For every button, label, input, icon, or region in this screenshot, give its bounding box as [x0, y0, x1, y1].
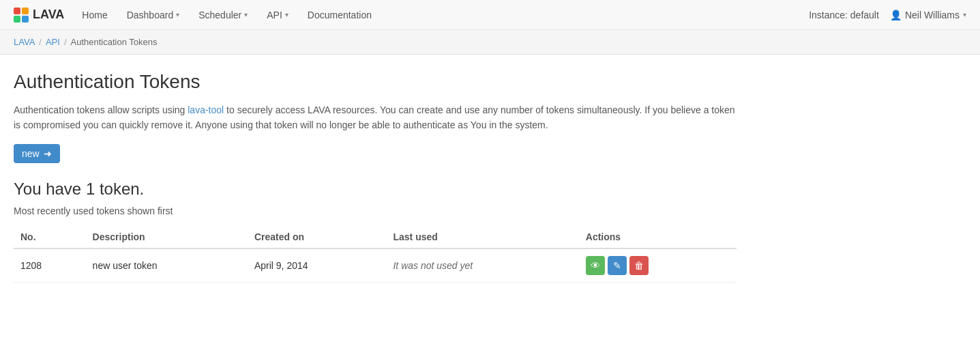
brand-name: LAVA	[33, 8, 64, 22]
new-button-label: new	[22, 148, 40, 159]
desc-part1: Authentication tokens allow scripts usin…	[14, 104, 188, 115]
table-body: 1208 new user token April 9, 2014 It was…	[14, 248, 737, 283]
delete-icon: 🗑	[634, 260, 644, 271]
scheduler-dropdown-icon: ▾	[244, 11, 248, 18]
breadcrumb-sep-2: /	[64, 37, 67, 47]
nav-scheduler-label: Scheduler	[198, 10, 241, 20]
page-description: Authentication tokens allow scripts usin…	[14, 102, 737, 133]
user-dropdown-icon: ▾	[963, 11, 966, 18]
nav-dashboard-label: Dashboard	[127, 10, 174, 20]
main-content: Authentication Tokens Authentication tok…	[0, 55, 750, 299]
brand-logo[interactable]: LAVA	[14, 8, 64, 23]
col-created-on: Created on	[248, 226, 387, 248]
col-last-used: Last used	[386, 226, 578, 248]
token-subtitle: Most recently used tokens shown first	[14, 205, 737, 216]
cell-no: 1208	[14, 248, 86, 283]
dashboard-dropdown-icon: ▾	[176, 11, 179, 18]
breadcrumb-current: Authentication Tokens	[71, 37, 158, 47]
cell-created-on: April 9, 2014	[248, 248, 387, 283]
nav-documentation[interactable]: Documentation	[299, 0, 380, 30]
user-name: Neil Williams	[905, 10, 960, 20]
nav-dashboard[interactable]: Dashboard ▾	[119, 0, 188, 30]
table-header-row: No. Description Created on Last used Act…	[14, 226, 737, 248]
arrow-right-icon: ➜	[44, 148, 52, 159]
navbar-left: LAVA Home Dashboard ▾ Scheduler ▾ API ▾ …	[14, 0, 380, 30]
last-used-value: It was not used yet	[393, 260, 473, 271]
nav-home-label: Home	[82, 10, 107, 20]
lava-tool-link[interactable]: lava-tool	[188, 104, 224, 115]
view-token-button[interactable]: 👁	[586, 256, 605, 275]
col-actions: Actions	[579, 226, 737, 248]
edit-icon: ✎	[613, 260, 621, 271]
breadcrumb-sep-1: /	[39, 37, 42, 47]
cell-actions: 👁 ✎ 🗑	[579, 248, 737, 283]
breadcrumb-lava[interactable]: LAVA	[14, 37, 35, 47]
breadcrumb: LAVA / API / Authentication Tokens	[0, 30, 980, 55]
delete-token-button[interactable]: 🗑	[629, 256, 649, 275]
token-count-heading: You have 1 token.	[14, 180, 737, 199]
new-token-button[interactable]: new ➜	[14, 144, 60, 163]
nav-documentation-label: Documentation	[308, 10, 372, 20]
table-row: 1208 new user token April 9, 2014 It was…	[14, 248, 737, 283]
user-menu[interactable]: 👤 Neil Williams ▾	[890, 10, 966, 20]
navbar: LAVA Home Dashboard ▾ Scheduler ▾ API ▾ …	[0, 0, 980, 30]
view-icon: 👁	[591, 260, 600, 271]
nav-api[interactable]: API ▾	[258, 0, 297, 30]
nav-scheduler[interactable]: Scheduler ▾	[190, 0, 256, 30]
edit-token-button[interactable]: ✎	[608, 256, 627, 275]
col-description: Description	[86, 226, 248, 248]
page-title: Authentication Tokens	[14, 71, 737, 93]
user-icon: 👤	[890, 10, 902, 20]
nav-api-label: API	[267, 10, 282, 20]
cell-last-used: It was not used yet	[386, 248, 578, 283]
tokens-table: No. Description Created on Last used Act…	[14, 226, 737, 283]
table-head: No. Description Created on Last used Act…	[14, 226, 737, 248]
nav-home[interactable]: Home	[74, 0, 115, 30]
navbar-right: Instance: default 👤 Neil Williams ▾	[809, 10, 966, 20]
col-no: No.	[14, 226, 86, 248]
action-buttons: 👁 ✎ 🗑	[586, 256, 730, 275]
api-dropdown-icon: ▾	[285, 11, 288, 18]
cell-description: new user token	[86, 248, 248, 283]
instance-label: Instance: default	[809, 10, 879, 20]
lava-logo-icon	[14, 8, 29, 23]
breadcrumb-api[interactable]: API	[46, 37, 60, 47]
